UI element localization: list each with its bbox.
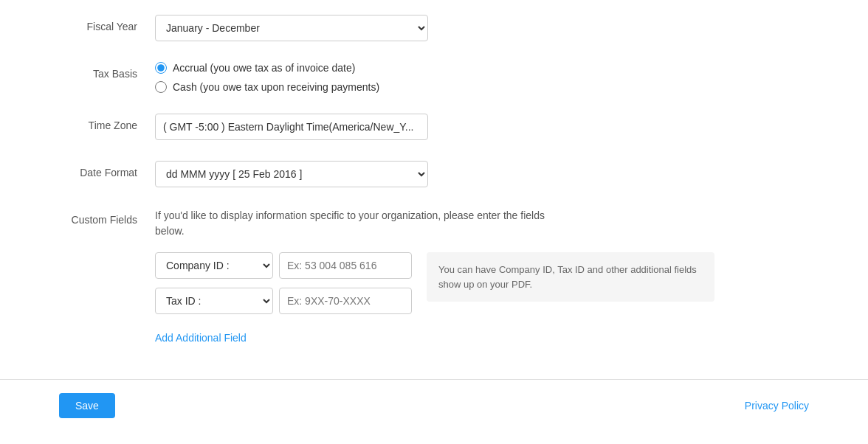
date-format-select[interactable]: dd MMM yyyy [ 25 Feb 2016 ] MM/dd/yyyy d… bbox=[155, 161, 428, 187]
fiscal-year-control: January - December February - January Ma… bbox=[155, 15, 809, 41]
fiscal-year-row: Fiscal Year January - December February … bbox=[59, 15, 809, 41]
tax-id-row: Tax ID : bbox=[155, 288, 412, 314]
date-format-label: Date Format bbox=[59, 161, 155, 178]
custom-fields-section: Custom Fields If you'd like to display i… bbox=[59, 208, 809, 344]
tooltip-box: You can have Company ID, Tax ID and othe… bbox=[427, 252, 714, 302]
accrual-label: Accrual (you owe tax as of invoice date) bbox=[173, 62, 355, 74]
custom-fields-content: If you'd like to display information spe… bbox=[155, 208, 809, 344]
tax-id-input[interactable] bbox=[279, 288, 412, 314]
fiscal-year-label: Fiscal Year bbox=[59, 15, 155, 32]
time-zone-input[interactable] bbox=[155, 114, 428, 140]
company-id-row: Company ID : bbox=[155, 252, 412, 279]
tooltip-text: You can have Company ID, Tax ID and othe… bbox=[438, 264, 697, 290]
company-id-input[interactable] bbox=[279, 252, 412, 279]
radio-group: Accrual (you owe tax as of invoice date)… bbox=[155, 62, 809, 93]
cash-radio[interactable] bbox=[155, 81, 167, 93]
save-button[interactable]: Save bbox=[59, 393, 115, 418]
cash-label: Cash (you owe tax upon receiving payment… bbox=[173, 81, 379, 93]
fields-inputs: Company ID : Tax ID : Add Additional Fie… bbox=[155, 252, 412, 344]
tax-basis-row: Tax Basis Accrual (you owe tax as of inv… bbox=[59, 62, 809, 93]
custom-fields-label: Custom Fields bbox=[59, 208, 155, 226]
date-format-row: Date Format dd MMM yyyy [ 25 Feb 2016 ] … bbox=[59, 161, 809, 187]
main-content: Fiscal Year January - December February … bbox=[0, 0, 868, 379]
fiscal-year-select[interactable]: January - December February - January Ma… bbox=[155, 15, 428, 41]
footer: Save Privacy Policy bbox=[0, 379, 868, 431]
time-zone-row: Time Zone bbox=[59, 114, 809, 140]
tax-basis-label: Tax Basis bbox=[59, 62, 155, 80]
fields-layout: Company ID : Tax ID : Add Additional Fie… bbox=[155, 252, 809, 344]
date-format-control: dd MMM yyyy [ 25 Feb 2016 ] MM/dd/yyyy d… bbox=[155, 161, 809, 187]
accrual-option[interactable]: Accrual (you owe tax as of invoice date) bbox=[155, 62, 809, 74]
custom-fields-description: If you'd like to display information spe… bbox=[155, 208, 554, 239]
add-additional-field-link[interactable]: Add Additional Field bbox=[155, 332, 412, 344]
time-zone-label: Time Zone bbox=[59, 114, 155, 131]
company-id-select[interactable]: Company ID : bbox=[155, 252, 273, 279]
time-zone-control bbox=[155, 114, 809, 140]
accrual-radio[interactable] bbox=[155, 62, 167, 74]
privacy-policy-link[interactable]: Privacy Policy bbox=[745, 400, 809, 412]
tax-id-select[interactable]: Tax ID : bbox=[155, 288, 273, 314]
tax-basis-control: Accrual (you owe tax as of invoice date)… bbox=[155, 62, 809, 93]
cash-option[interactable]: Cash (you owe tax upon receiving payment… bbox=[155, 81, 809, 93]
